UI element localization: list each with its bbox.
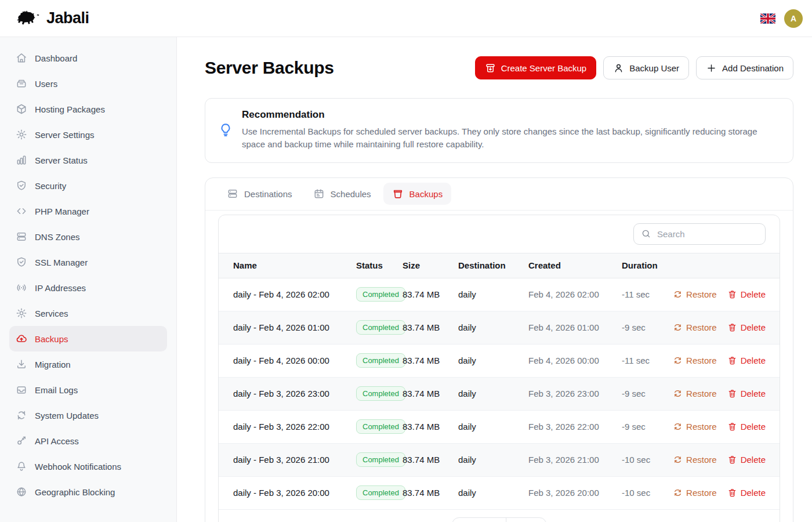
cell-actions: Restore Delete — [673, 488, 780, 498]
restore-button[interactable]: Restore — [673, 389, 717, 398]
header-actions: Create Server Backup Backup User Add Des… — [475, 56, 793, 79]
sidebar-item-label: Backups — [35, 334, 68, 344]
sidebar-item-label: DNS Zones — [35, 232, 80, 242]
calendar-icon — [313, 188, 325, 200]
daily - Feb 3, 2026 22:00: daily - Feb 3, 2026 22:00 Completed 83.7… — [219, 411, 780, 444]
sidebar-item-dashboard[interactable]: Dashboard — [9, 45, 167, 71]
recommendation-card: Recommendation Use Incremental Backups f… — [205, 98, 793, 163]
download-tray-icon — [16, 358, 27, 370]
inbox-icon — [16, 384, 27, 396]
sidebar-item-label: Server Settings — [35, 130, 95, 140]
sidebar-item-hosting-packages[interactable]: Hosting Packages — [9, 96, 167, 122]
search-input[interactable] — [657, 229, 758, 239]
cell-status: Completed — [356, 320, 403, 335]
tab-schedules[interactable]: Schedules — [304, 183, 380, 205]
cell-name: daily - Feb 4, 2026 00:00 — [219, 356, 356, 365]
per-page-select[interactable]: Per page 10 — [452, 517, 547, 522]
restore-button[interactable]: Restore — [673, 356, 717, 365]
cell-actions: Restore Delete — [673, 356, 780, 365]
tab-destinations[interactable]: Destinations — [218, 183, 301, 205]
tab-backups[interactable]: Backups — [383, 183, 452, 205]
sidebar-item-geographic-blocking[interactable]: Geographic Blocking — [9, 479, 167, 505]
daily - Feb 3, 2026 21:00: daily - Feb 3, 2026 21:00 Completed 83.7… — [219, 444, 780, 477]
cell-created: Feb 4, 2026 01:00 — [528, 322, 622, 332]
sidebar-item-backups[interactable]: Backups — [9, 326, 167, 351]
delete-button[interactable]: Delete — [727, 422, 766, 432]
brand-name: Jabali — [46, 9, 89, 27]
delete-button[interactable]: Delete — [727, 455, 766, 465]
delete-button[interactable]: Delete — [727, 322, 766, 332]
shield-check-icon — [16, 180, 27, 191]
restore-button[interactable]: Restore — [673, 455, 717, 465]
status-badge: Completed — [356, 353, 405, 368]
daily - Feb 4, 2026 02:00: daily - Feb 4, 2026 02:00 Completed 83.7… — [219, 278, 780, 311]
sidebar-item-migration[interactable]: Migration — [9, 351, 167, 377]
trash-icon — [727, 289, 737, 299]
package-icon — [16, 103, 27, 115]
trash-icon — [727, 455, 737, 465]
home-icon — [16, 52, 27, 64]
sidebar-item-api-access[interactable]: API Access — [9, 428, 167, 454]
status-badge: Completed — [356, 452, 405, 467]
add-destination-button[interactable]: Add Destination — [696, 56, 793, 79]
sidebar-item-services[interactable]: Services — [9, 300, 167, 326]
cell-created: Feb 3, 2026 20:00 — [528, 488, 622, 498]
column-header-duration: Duration — [622, 260, 683, 270]
status-badge: Completed — [356, 386, 405, 401]
sidebar-item-webhook-notifications[interactable]: Webhook Notifications — [9, 454, 167, 479]
avatar[interactable]: A — [784, 9, 803, 28]
sidebar-item-label: PHP Manager — [35, 206, 89, 216]
sidebar-item-security[interactable]: Security — [9, 173, 167, 198]
gear-icon — [16, 129, 27, 140]
backup-user-button[interactable]: Backup User — [603, 56, 689, 79]
cell-actions: Restore Delete — [673, 389, 780, 398]
cell-name: daily - Feb 4, 2026 01:00 — [219, 322, 356, 332]
sidebar-item-dns-zones[interactable]: DNS Zones — [9, 224, 167, 249]
cell-actions: Restore Delete — [673, 289, 780, 299]
sidebar-item-users[interactable]: Users — [9, 71, 167, 96]
delete-button[interactable]: Delete — [727, 356, 766, 365]
restore-button[interactable]: Restore — [673, 488, 717, 498]
page-title: Server Backups — [205, 58, 334, 78]
cell-status: Completed — [356, 287, 403, 302]
status-badge: Completed — [356, 287, 405, 302]
delete-button[interactable]: Delete — [727, 389, 766, 398]
sidebar-item-php-manager[interactable]: PHP Manager — [9, 198, 167, 224]
sidebar-item-label: API Access — [35, 436, 79, 446]
cell-status: Completed — [356, 386, 403, 401]
cell-status: Completed — [356, 485, 403, 500]
cell-name: daily - Feb 3, 2026 21:00 — [219, 455, 356, 465]
cell-created: Feb 3, 2026 21:00 — [528, 455, 622, 465]
sidebar-item-label: System Updates — [35, 411, 99, 420]
button-label: Add Destination — [722, 63, 784, 73]
uk-flag-icon[interactable] — [760, 13, 775, 24]
brand-logo[interactable]: Jabali — [15, 9, 89, 28]
sidebar-item-system-updates[interactable]: System Updates — [9, 403, 167, 428]
restore-icon — [673, 289, 683, 299]
cell-destination: daily — [458, 488, 528, 498]
sidebar-item-label: Services — [35, 309, 68, 318]
delete-button[interactable]: Delete — [727, 488, 766, 498]
sidebar-item-ip-addresses[interactable]: IP Addresses — [9, 275, 167, 300]
restore-button[interactable]: Restore — [673, 422, 717, 432]
sidebar-item-label: SSL Manager — [35, 258, 88, 267]
search-row — [219, 215, 780, 253]
restore-button[interactable]: Restore — [673, 289, 717, 299]
restore-button[interactable]: Restore — [673, 322, 717, 332]
sidebar-item-label: Security — [35, 181, 66, 191]
create-server-backup-button[interactable]: Create Server Backup — [475, 56, 597, 79]
column-header-created: Created — [528, 260, 622, 270]
sidebar-item-label: Hosting Packages — [35, 104, 105, 114]
delete-button[interactable]: Delete — [727, 289, 766, 299]
page-header: Server Backups Create Server Backup Back… — [205, 56, 793, 79]
cloud-upload-icon — [16, 333, 27, 345]
button-label: Backup User — [629, 63, 679, 73]
sidebar-item-ssl-manager[interactable]: SSL Manager — [9, 249, 167, 275]
cell-status: Completed — [356, 353, 403, 368]
sidebar-item-label: Migration — [35, 360, 71, 369]
sidebar-item-server-settings[interactable]: Server Settings — [9, 122, 167, 147]
sidebar-item-server-status[interactable]: Server Status — [9, 147, 167, 173]
sidebar-item-email-logs[interactable]: Email Logs — [9, 377, 167, 403]
cell-created: Feb 3, 2026 22:00 — [528, 422, 622, 432]
sidebar-item-label: Geographic Blocking — [35, 487, 115, 497]
